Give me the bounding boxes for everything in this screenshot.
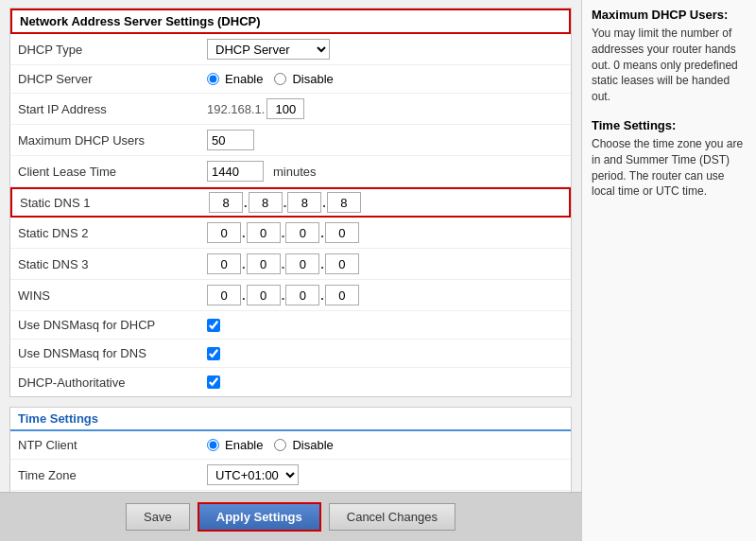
static-dns2-label: Static DNS 2 (18, 226, 207, 240)
start-ip-last-input[interactable] (266, 98, 304, 119)
start-ip-label: Start IP Address (18, 102, 207, 116)
save-button[interactable]: Save (126, 503, 190, 531)
ntp-client-label: NTP Client (18, 438, 207, 452)
lease-time-row: Client Lease Time minutes (10, 156, 571, 187)
dnsmasq-dns-label: Use DNSMasq for DNS (18, 346, 207, 360)
ntp-disable-label[interactable]: Disable (274, 438, 333, 452)
ntp-client-radios: Enable Disable (207, 438, 334, 452)
static-dns1-row: Static DNS 1 . . . (10, 187, 571, 218)
wins-oct2[interactable] (247, 285, 281, 305)
dhcp-type-value: DHCP Server DHCP Forwarder (207, 39, 330, 60)
dns1-oct3[interactable] (287, 192, 321, 213)
sidebar-time-text: Choose the time zone you are in and Summ… (592, 136, 747, 200)
sidebar-section-dhcp-users: Maximum DHCP Users: You may limit the nu… (592, 8, 747, 105)
dnsmasq-dns-checkbox[interactable] (207, 347, 220, 360)
ntp-disable-text: Disable (292, 438, 333, 452)
timezone-value: UTC+01:00 UTC+00:00 UTC+02:00 (207, 464, 299, 485)
sidebar: Maximum DHCP Users: You may limit the nu… (581, 0, 756, 541)
lease-time-label: Client Lease Time (18, 165, 207, 179)
wins-row: WINS . . . (10, 280, 571, 311)
static-dns1-label: Static DNS 1 (20, 196, 209, 210)
dhcp-server-row: DHCP Server Enable Disable (10, 65, 571, 94)
static-dns3-value: . . . (207, 253, 359, 274)
ntp-disable-radio[interactable] (274, 439, 286, 451)
ntp-enable-label[interactable]: Enable (207, 438, 263, 452)
dns2-oct3[interactable] (285, 222, 319, 243)
lease-time-value: minutes (207, 161, 317, 182)
time-section-title: Time Settings (10, 408, 571, 431)
dns2-oct1[interactable] (207, 222, 241, 243)
dns3-oct3[interactable] (285, 253, 319, 274)
dns3-oct1[interactable] (207, 253, 241, 274)
static-dns2-value: . . . (207, 222, 359, 243)
dnsmasq-dhcp-row: Use DNSMasq for DHCP (10, 311, 571, 340)
wins-oct1[interactable] (207, 285, 241, 305)
max-dhcp-input[interactable] (207, 130, 254, 150)
timezone-row: Time Zone UTC+01:00 UTC+00:00 UTC+02:00 (10, 460, 571, 491)
dhcp-enable-radio[interactable] (207, 73, 219, 85)
lease-time-input[interactable] (207, 161, 264, 182)
dhcp-server-label: DHCP Server (18, 72, 207, 86)
start-ip-value: 192.168.1. (207, 98, 304, 119)
start-ip-prefix: 192.168.1. (207, 102, 265, 116)
sidebar-dhcp-users-title: Maximum DHCP Users: (592, 8, 747, 22)
max-dhcp-value (207, 130, 254, 150)
start-ip-row: Start IP Address 192.168.1. (10, 94, 571, 125)
dns1-oct1[interactable] (209, 192, 243, 213)
dhcp-disable-text: Disable (292, 72, 333, 86)
ntp-enable-radio[interactable] (207, 439, 219, 451)
ntp-enable-text: Enable (225, 438, 263, 452)
dnsmasq-dhcp-value (207, 319, 220, 332)
dns3-oct4[interactable] (325, 253, 359, 274)
timezone-select[interactable]: UTC+01:00 UTC+00:00 UTC+02:00 (207, 464, 299, 485)
sidebar-dhcp-users-text: You may limit the number of addresses yo… (592, 26, 747, 105)
dnsmasq-dhcp-label: Use DNSMasq for DHCP (18, 318, 207, 332)
dns1-oct4[interactable] (327, 192, 361, 213)
sidebar-time-title: Time Settings: (592, 118, 747, 132)
dhcp-authoritative-label: DHCP-Authoritative (18, 375, 207, 390)
dhcp-authoritative-row: DHCP-Authoritative (10, 368, 571, 396)
dhcp-type-row: DHCP Type DHCP Server DHCP Forwarder (10, 34, 571, 65)
dhcp-disable-label[interactable]: Disable (274, 72, 333, 86)
static-dns3-row: Static DNS 3 . . . (10, 249, 571, 280)
static-dns1-value: . . . (209, 192, 361, 213)
dhcp-disable-radio[interactable] (274, 73, 286, 85)
dhcp-type-label: DHCP Type (18, 43, 207, 57)
ntp-client-row: NTP Client Enable Disable (10, 431, 571, 460)
dhcp-server-radios: Enable Disable (207, 72, 334, 86)
timezone-label: Time Zone (18, 468, 207, 482)
wins-oct3[interactable] (285, 285, 319, 305)
dhcp-enable-text: Enable (225, 72, 263, 86)
dhcp-authoritative-value (207, 375, 220, 389)
dns1-oct2[interactable] (249, 192, 283, 213)
dnsmasq-dns-value (207, 347, 220, 360)
dns2-oct2[interactable] (247, 222, 281, 243)
minutes-label: minutes (273, 165, 317, 179)
wins-oct4[interactable] (325, 285, 359, 305)
dns2-oct4[interactable] (325, 222, 359, 243)
wins-label: WINS (18, 288, 207, 303)
dhcp-enable-label[interactable]: Enable (207, 72, 263, 86)
dhcp-section-title: Network Address Server Settings (DHCP) (10, 9, 571, 34)
static-dns2-row: Static DNS 2 . . . (10, 218, 571, 249)
cancel-changes-button[interactable]: Cancel Changes (329, 503, 455, 531)
max-dhcp-label: Maximum DHCP Users (18, 133, 207, 148)
dnsmasq-dns-row: Use DNSMasq for DNS (10, 340, 571, 368)
static-dns3-label: Static DNS 3 (18, 257, 207, 271)
dhcp-type-select[interactable]: DHCP Server DHCP Forwarder (207, 39, 330, 60)
dhcp-authoritative-checkbox[interactable] (207, 375, 220, 389)
footer-bar: Save Apply Settings Cancel Changes (0, 492, 581, 541)
max-dhcp-row: Maximum DHCP Users (10, 125, 571, 156)
dns3-oct2[interactable] (247, 253, 281, 274)
wins-value: . . . (207, 285, 359, 305)
sidebar-section-time: Time Settings: Choose the time zone you … (592, 118, 747, 200)
dnsmasq-dhcp-checkbox[interactable] (207, 319, 220, 332)
apply-settings-button[interactable]: Apply Settings (198, 502, 321, 532)
